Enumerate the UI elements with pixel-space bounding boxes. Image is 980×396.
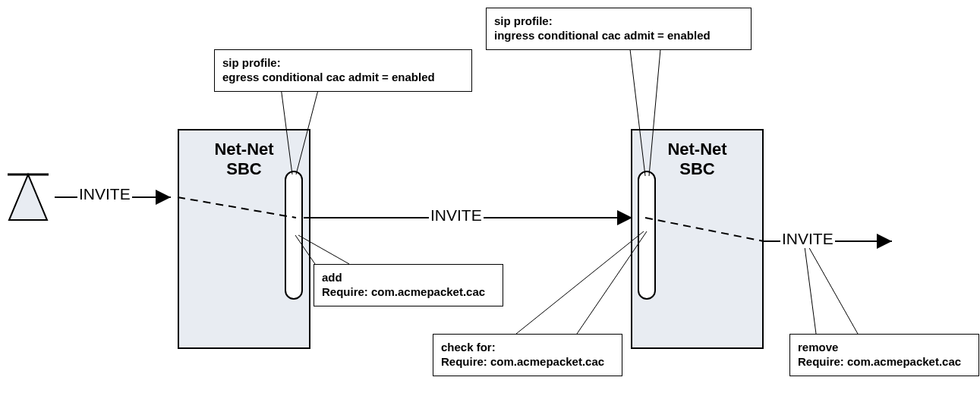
svg-marker-0 <box>9 174 47 220</box>
callout-ingress-line2: ingress conditional cac admit = enabled <box>494 29 743 43</box>
callout-remove-line1: remove <box>798 341 971 355</box>
callout-check: check for: Require: com.acmepacket.cac <box>433 334 622 376</box>
svg-line-16 <box>808 247 858 334</box>
invite-label-1: INVITE <box>77 185 132 203</box>
callout-egress-line1: sip profile: <box>222 56 464 71</box>
callout-remove: remove Require: com.acmepacket.cac <box>789 334 979 376</box>
callout-add-line1: add <box>322 271 495 285</box>
diagram-canvas: Net-Net SBC Net-Net SBC <box>0 0 980 396</box>
callout-remove-line2: Require: com.acmepacket.cac <box>798 355 971 369</box>
interface-pill-2 <box>638 171 656 300</box>
callout-ingress-line1: sip profile: <box>494 14 743 29</box>
callout-add: add Require: com.acmepacket.cac <box>314 264 503 306</box>
svg-line-15 <box>805 247 816 334</box>
invite-label-3: INVITE <box>780 230 835 248</box>
svg-line-13 <box>516 231 644 334</box>
interface-pill-1 <box>285 171 303 300</box>
callout-ingress: sip profile: ingress conditional cac adm… <box>486 8 752 50</box>
callout-egress-line2: egress conditional cac admit = enabled <box>222 71 464 85</box>
callout-check-line2: Require: com.acmepacket.cac <box>441 355 614 369</box>
invite-label-2: INVITE <box>429 206 484 225</box>
sbc2-title-line1: Net-Net <box>632 140 762 159</box>
sbc1-title-line1: Net-Net <box>179 140 309 159</box>
callout-add-line2: Require: com.acmepacket.cac <box>322 285 495 300</box>
callout-check-line1: check for: <box>441 341 614 355</box>
callout-egress: sip profile: egress conditional cac admi… <box>214 49 472 92</box>
